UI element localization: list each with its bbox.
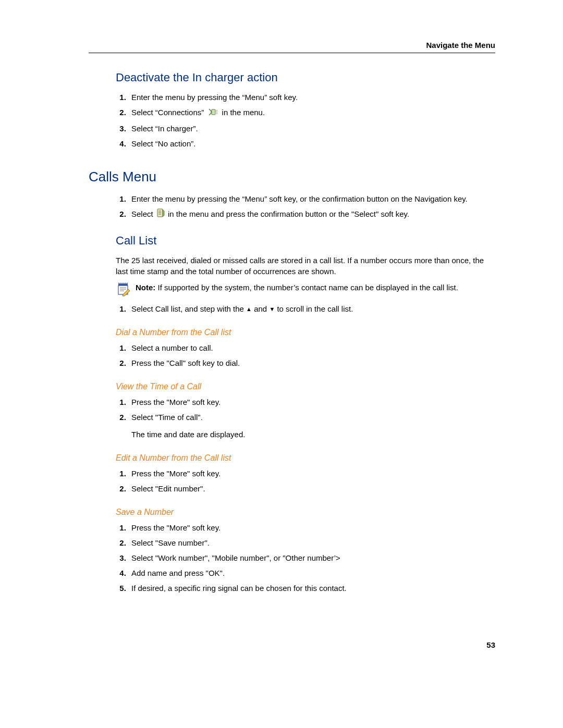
page-number: 53 [486, 640, 495, 649]
steps-view-time: Press the "More" soft key. Select "Time … [116, 397, 495, 440]
page-header: Navigate the Menu [89, 41, 495, 53]
heading-calls-menu: Calls Menu [89, 169, 495, 185]
list-item: Select "Edit number". [128, 483, 495, 494]
list-item: Select "Time of call". The time and date… [128, 412, 495, 440]
list-item: If desired, a specific ring signal can b… [128, 583, 495, 594]
page-footer: 53 [89, 640, 495, 649]
note-text: Note: If supported by the system, the nu… [136, 282, 495, 293]
list-item: Enter the menu by pressing the “Menu” so… [128, 92, 495, 103]
list-item: Select "Save number". [128, 537, 495, 548]
steps-edit-number: Press the "More" soft key. Select "Edit … [116, 468, 495, 494]
heading-dial-number: Dial a Number from the Call list [116, 328, 495, 337]
list-item: Press the "More" soft key. [128, 468, 495, 479]
list-item: Select "Work number", "Mobile number", o… [128, 552, 495, 563]
list-item: Select Call list, and step with the ▲ an… [128, 303, 495, 314]
up-triangle-icon: ▲ [246, 306, 252, 312]
note-block: Note: If supported by the system, the nu… [116, 282, 495, 298]
call-list-intro: The 25 last received, dialed or missed c… [116, 255, 495, 277]
steps-deactivate: Enter the menu by pressing the “Menu” so… [116, 92, 495, 149]
note-icon [116, 282, 130, 298]
steps-call-list-nav: Select Call list, and step with the ▲ an… [116, 303, 495, 314]
list-item: Add name and press "OK". [128, 567, 495, 578]
heading-deactivate: Deactivate the In charger action [116, 71, 495, 84]
content-column: Deactivate the In charger action Enter t… [89, 71, 495, 594]
list-item: Select “Connections” in the menu. [128, 107, 495, 119]
list-item: Press the "More" soft key. [128, 397, 495, 408]
down-triangle-icon: ▼ [269, 306, 275, 312]
svg-rect-0 [212, 109, 215, 115]
page: Navigate the Menu Deactivate the In char… [0, 0, 563, 681]
heading-save-number: Save a Number [116, 508, 495, 517]
list-item: Press the "More" soft key. [128, 522, 495, 533]
steps-calls-menu: Enter the menu by pressing the “Menu” so… [116, 193, 495, 221]
heading-view-time: View the Time of a Call [116, 382, 495, 391]
list-item: Select “No action”. [128, 138, 495, 149]
heading-call-list: Call List [116, 234, 495, 248]
list-item: Enter the menu by pressing the “Menu” so… [128, 193, 495, 204]
list-item: Press the "Call" soft key to dial. [128, 357, 495, 368]
steps-save-number: Press the "More" soft key. Select "Save … [116, 522, 495, 594]
list-item: Select a number to call. [128, 342, 495, 353]
heading-edit-number: Edit a Number from the Call list [116, 453, 495, 463]
header-title: Navigate the Menu [426, 41, 495, 50]
view-time-result: The time and date are displayed. [131, 429, 495, 440]
connections-icon [207, 108, 218, 119]
list-item: Select in the menu and press the confirm… [128, 208, 495, 221]
calls-menu-icon [156, 208, 165, 220]
steps-dial: Select a number to call. Press the "Call… [116, 342, 495, 368]
list-item: Select “In charger”. [128, 123, 495, 134]
